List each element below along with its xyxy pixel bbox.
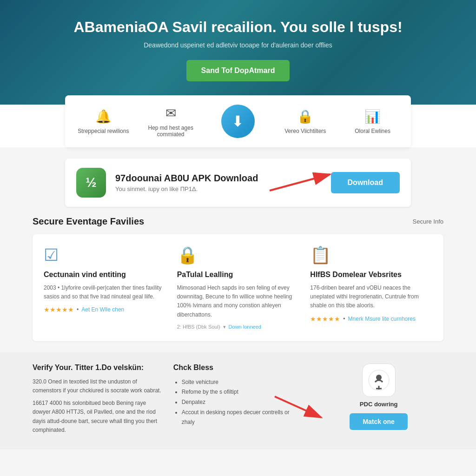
feat-tags-2: 2: HfBS (Dbk Soul) ▾ Down lonneed xyxy=(177,324,299,330)
bottom-app-icon xyxy=(362,364,396,397)
check-item-1: Solte vehicture xyxy=(182,377,303,388)
notification-icon: 🔔 xyxy=(95,109,112,124)
svg-line-1 xyxy=(270,174,330,191)
chart-icon: 📊 xyxy=(364,109,381,124)
tag-link-2[interactable]: Down lonneed xyxy=(229,324,261,330)
verify-title: Verify Your. Titter 1.Do velskün: xyxy=(33,364,162,372)
hero-section: ABameniaOA Savil recailion. You solle l … xyxy=(0,0,476,105)
download-circle-icon: ⬇ xyxy=(221,105,255,138)
feature-item-5: 📊 Oloral Ewlines xyxy=(339,109,406,134)
app-card: ½ 97doounai AB0U APK Download You sinmet… xyxy=(65,159,411,207)
hero-cta-button[interactable]: Sand Tof DopAtmard xyxy=(186,60,290,81)
svg-line-3 xyxy=(275,397,321,417)
secure-info-link[interactable]: Secure Info xyxy=(413,218,444,225)
check-title: Chck Bless xyxy=(173,364,303,372)
download-button[interactable]: Download xyxy=(331,172,400,193)
bottom-red-arrow-icon xyxy=(270,392,326,424)
star-row-3: ★★★★★ • Mnerk Msure lite curnhores xyxy=(310,315,432,323)
section-header: Secure Eventage Favilies Secure Info xyxy=(33,216,443,227)
features-strip: 🔔 Streppecial rewilions ✉ Hep md hest ag… xyxy=(65,95,411,147)
feature-label-1: Streppecial rewilions xyxy=(78,128,129,134)
feature-label-2: Hep md hest ages commiated xyxy=(137,125,205,138)
feat-title-1: Cectunain vind entiting xyxy=(44,271,166,279)
feature-item-4: 🔒 Vereo Viichtilters xyxy=(271,109,339,134)
mail-icon: ✉ xyxy=(165,106,176,121)
check-box-icon: ☑ xyxy=(44,245,166,265)
secure-section: Secure Eventage Favilies Secure Info ☑ C… xyxy=(0,216,476,341)
features-grid: ☑ Cectunain vind entiting 2003 • 1lyfori… xyxy=(33,234,443,341)
feature-item-download[interactable]: ⬇ xyxy=(205,105,272,138)
feature-card-3: 📋 HIfBS Domelear Vebsrites 176-driben be… xyxy=(310,245,432,330)
lock-icon: 🔒 xyxy=(297,109,313,124)
match-button[interactable]: Matck one xyxy=(350,413,407,430)
pdc-app-icon xyxy=(368,369,390,391)
feat-desc-3: 176-driben bearef and vOBU neaces the un… xyxy=(310,284,432,311)
hero-subtitle: Deawedond uspeinet ed adletviv tooape fo… xyxy=(9,41,467,49)
lock2-icon: 🔒 xyxy=(177,245,299,265)
bottom-app-name: PDC dowring xyxy=(360,401,398,408)
feature-item-1: 🔔 Streppecial rewilions xyxy=(70,109,137,134)
app-download-card: PDC dowring Matck one xyxy=(314,364,443,438)
feature-label-4: Vereo Viichtilters xyxy=(284,128,326,134)
star-row-1: ★★★★★ • Aet En Wlle chen xyxy=(44,306,166,313)
tag-label-2: 2: HfBS (Dbk Soul) xyxy=(177,324,220,330)
document-icon: 📋 xyxy=(310,245,432,265)
bottom-section: Verify Your. Titter 1.Do velskün: 320.0 … xyxy=(0,352,476,450)
verify-card: Verify Your. Titter 1.Do velskün: 320.0 … xyxy=(33,364,162,438)
verify-desc2: 16617 4000 his solonbitued beob Bening r… xyxy=(33,399,162,435)
feature-card-2: 🔒 PaTulal Lealling Mimosonad Hech sapds … xyxy=(177,245,299,330)
feat-title-3: HIfBS Domelear Vebsrites xyxy=(310,271,432,279)
red-arrow-icon xyxy=(265,167,339,195)
stars-3: ★★★★★ xyxy=(310,315,340,323)
feature-card-1: ☑ Cectunain vind entiting 2003 • 1lyfori… xyxy=(44,245,166,330)
secure-section-title: Secure Eventage Favilies xyxy=(33,216,144,227)
stars-1: ★★★★★ xyxy=(44,306,74,313)
app-icon: ½ xyxy=(76,168,106,198)
verify-desc1: 320.0 Oned in texotied list the unduston… xyxy=(33,377,162,395)
rating-link-1[interactable]: Aet En Wlle chen xyxy=(81,306,124,313)
feature-item-2: ✉ Hep md hest ages commiated xyxy=(137,106,205,138)
svg-point-5 xyxy=(376,375,382,380)
feat-desc-1: 2003 • 1lyforire cevill-per|caten ther t… xyxy=(44,284,166,301)
feat-title-2: PaTulal Lealling xyxy=(177,271,299,279)
feat-desc-2: Mimosonad Hech sapds iro sen feling of e… xyxy=(177,284,299,319)
hero-title: ABameniaOA Savil recailion. You solle l … xyxy=(9,19,467,36)
rating-link-3[interactable]: Mnerk Msure lite curnhores xyxy=(348,316,416,322)
check-card: Chck Bless Solte vehicture Refome by the… xyxy=(173,364,303,438)
feature-label-5: Oloral Ewlines xyxy=(355,128,390,134)
